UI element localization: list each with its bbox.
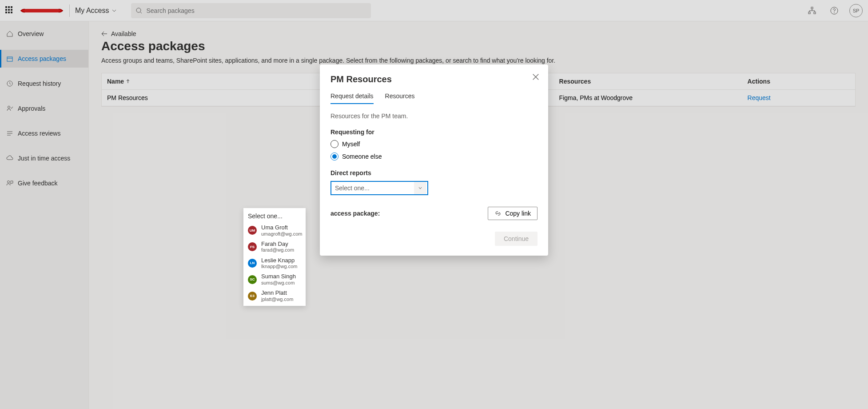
modal-title: PM Resources [330,74,538,84]
person-email: umagroft@wg.com [261,231,302,237]
person-name: Farah Day [261,241,294,248]
person-text: Leslie Knapp lknapp@wg.com [261,257,297,270]
dropdown-item[interactable]: FS Farah Day farad@wg.com [243,239,306,255]
person-email: sums@wg.com [261,280,296,286]
person-text: Farah Day farad@wg.com [261,241,294,253]
direct-reports-dropdown: Select one... UM Uma Groft umagroft@wg.c… [243,208,306,306]
radio-label: Someone else [342,153,382,160]
share-label: access package: [330,210,380,217]
radio-icon [330,152,338,160]
requesting-for-label: Requesting for [330,128,538,136]
person-avatar: SC [248,275,257,284]
tab-request-details[interactable]: Request details [330,92,374,104]
direct-reports-combo[interactable]: Select one... [330,181,428,195]
chevron-down-icon [414,182,426,194]
combo-placeholder: Select one... [335,184,370,192]
person-name: Suman Singh [261,273,296,280]
tab-resources[interactable]: Resources [385,92,415,104]
person-text: Uma Groft umagroft@wg.com [261,224,302,237]
person-avatar: UM [248,226,257,235]
dropdown-placeholder[interactable]: Select one... [243,210,306,222]
person-avatar: E3 [248,292,257,301]
modal-actions: Continue [330,232,538,246]
person-email: lknapp@wg.com [261,264,297,269]
continue-button[interactable]: Continue [495,232,538,246]
dropdown-item[interactable]: SC Suman Singh sums@wg.com [243,271,306,288]
person-name: Uma Groft [261,224,302,231]
radio-icon [330,140,338,148]
person-email: farad@wg.com [261,247,294,253]
person-avatar: FS [248,242,257,251]
radio-label: Myself [342,140,360,148]
copy-link-button[interactable]: Copy link [488,207,538,220]
dropdown-item[interactable]: E3 Jenn Platt jplatt@wg.com [243,288,306,304]
copy-link-label: Copy link [505,210,531,217]
request-modal: PM Resources Request details Resources R… [320,64,548,256]
radio-myself[interactable]: Myself [330,140,538,148]
person-email: jplatt@wg.com [261,297,293,302]
share-row: access package: Copy link [330,207,538,220]
person-avatar: LN [248,259,257,268]
link-icon [494,210,502,217]
person-name: Jenn Platt [261,289,293,297]
person-text: Suman Singh sums@wg.com [261,273,296,286]
modal-tabs: Request details Resources [330,92,538,104]
person-name: Leslie Knapp [261,257,297,264]
close-icon[interactable] [531,72,540,81]
dropdown-item[interactable]: UM Uma Groft umagroft@wg.com [243,222,306,239]
radio-someone-else[interactable]: Someone else [330,152,538,160]
direct-reports-label: Direct reports [330,169,538,176]
modal-description: Resources for the PM team. [330,112,538,120]
dropdown-item[interactable]: LN Leslie Knapp lknapp@wg.com [243,255,306,272]
person-text: Jenn Platt jplatt@wg.com [261,289,293,302]
